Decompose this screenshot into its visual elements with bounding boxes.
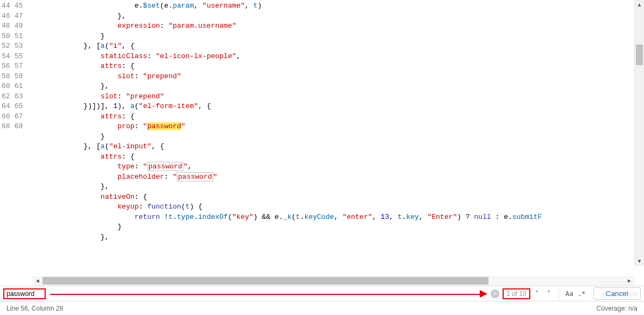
code-content[interactable]: e.$set(e.param, "username", t) }, expres… xyxy=(33,0,644,266)
hscroll-track[interactable] xyxy=(42,276,624,286)
vscroll-thumb[interactable] xyxy=(636,45,643,65)
prev-match-button[interactable]: ˄ xyxy=(531,288,542,299)
scroll-up-arrow[interactable]: ▲ xyxy=(635,0,644,10)
vscroll-track[interactable] xyxy=(635,10,644,256)
find-input[interactable] xyxy=(3,288,46,299)
find-bar: ✕ 1 of 10 ˄ ˅ Aa .* Cancel xyxy=(0,286,644,301)
annotation-arrow xyxy=(46,286,487,301)
match-case-button[interactable]: Aa xyxy=(564,289,575,299)
regex-button[interactable]: .* xyxy=(575,289,587,299)
horizontal-scrollbar[interactable]: ◀ ▶ xyxy=(33,276,634,286)
status-bar: Line 56, Column 28 Coverage: n/a xyxy=(0,301,644,315)
clear-search-icon[interactable]: ✕ xyxy=(491,289,499,298)
hscroll-thumb[interactable] xyxy=(42,277,488,285)
scroll-down-arrow[interactable]: ▼ xyxy=(635,256,644,266)
vertical-scrollbar[interactable]: ▲ ▼ xyxy=(634,0,644,266)
cursor-position: Line 56, Column 28 xyxy=(7,305,63,312)
editor-area: 44 45 46 47 48 49 50 51 52 53 54 55 56 5… xyxy=(0,0,644,266)
watermark: @51CTO博客 xyxy=(602,291,639,299)
match-count: 1 of 10 xyxy=(503,288,530,299)
next-match-button[interactable]: ˅ xyxy=(543,288,554,299)
coverage-status: Coverage: n/a xyxy=(597,305,637,312)
line-number-gutter: 44 45 46 47 48 49 50 51 52 53 54 55 56 5… xyxy=(0,0,33,266)
scroll-left-arrow[interactable]: ◀ xyxy=(33,276,42,286)
scroll-right-arrow[interactable]: ▶ xyxy=(624,276,634,286)
